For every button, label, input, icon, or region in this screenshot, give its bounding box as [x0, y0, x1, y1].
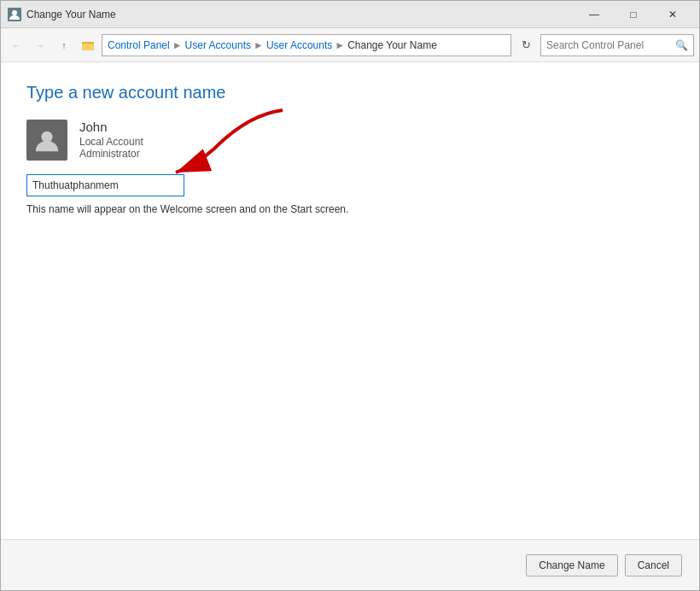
minimize-button[interactable]: — [575, 1, 614, 28]
bottom-bar: Change Name Cancel [1, 539, 699, 590]
breadcrumb-change-your-name: Change Your Name [347, 39, 437, 51]
titlebar-controls: — □ ✕ [575, 1, 692, 28]
svg-point-1 [12, 10, 17, 15]
close-button[interactable]: ✕ [653, 1, 692, 28]
titlebar: Change Your Name — □ ✕ [1, 1, 699, 28]
back-button[interactable]: ← [6, 35, 26, 56]
user-type: Administrator [79, 148, 143, 160]
window-icon [8, 8, 21, 21]
breadcrumb-user-accounts-1[interactable]: User Accounts [185, 39, 251, 51]
user-name: John [79, 120, 143, 134]
svg-point-3 [41, 132, 52, 143]
up-button[interactable]: ↑ [54, 35, 74, 56]
search-box[interactable]: 🔍 [540, 34, 694, 56]
name-input[interactable] [26, 174, 184, 196]
window: Change Your Name — □ ✕ ← → ↑ Control Pan… [0, 0, 700, 591]
addressbar: ← → ↑ Control Panel ► User Accounts ► Us… [1, 28, 699, 62]
maximize-button[interactable]: □ [614, 1, 653, 28]
search-icon: 🔍 [675, 39, 688, 51]
breadcrumb-control-panel[interactable]: Control Panel [108, 39, 170, 51]
content-area: Type a new account name John Local Accou… [1, 62, 699, 539]
breadcrumb-bar: Control Panel ► User Accounts ► User Acc… [102, 34, 511, 56]
page-title: Type a new account name [26, 83, 674, 102]
user-info: John Local Account Administrator [26, 120, 674, 161]
forward-button[interactable]: → [30, 35, 50, 56]
user-role: Local Account [79, 136, 143, 148]
help-text: This name will appear on the Welcome scr… [26, 203, 674, 215]
arrow-container [26, 174, 674, 196]
breadcrumb-user-accounts-2[interactable]: User Accounts [266, 39, 332, 51]
refresh-button[interactable]: ↻ [515, 34, 537, 56]
window-title: Change Your Name [26, 9, 575, 20]
user-details: John Local Account Administrator [79, 120, 143, 160]
change-name-button[interactable]: Change Name [526, 554, 617, 576]
user-avatar [26, 120, 67, 161]
cancel-button[interactable]: Cancel [625, 554, 682, 576]
folder-icon [79, 37, 96, 54]
input-section [26, 174, 674, 196]
search-input[interactable] [546, 39, 675, 51]
